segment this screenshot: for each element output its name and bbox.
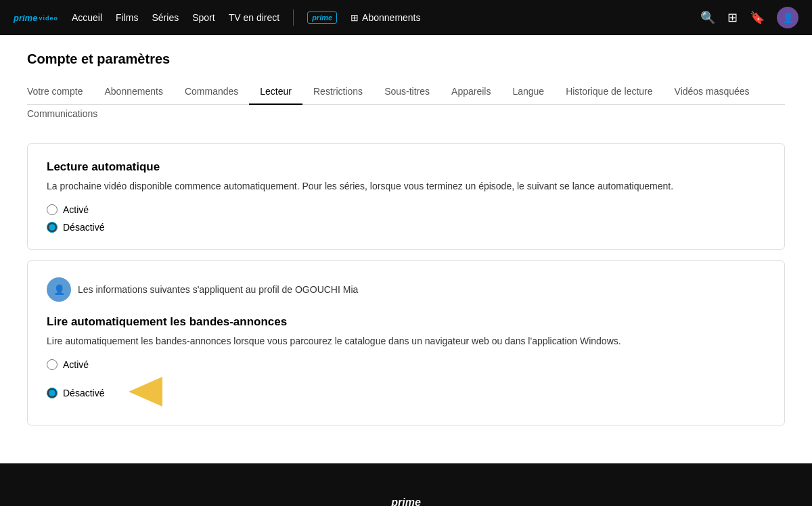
settings-tabs: Votre compte Abonnements Commandes Lecte… bbox=[27, 80, 785, 105]
nav-divider bbox=[293, 9, 294, 26]
nav-series[interactable]: Séries bbox=[152, 12, 179, 23]
profile-avatar: 👤 bbox=[47, 277, 71, 302]
footer-logo-prime: prime bbox=[391, 497, 421, 506]
autoplay-on-radio[interactable] bbox=[47, 204, 58, 215]
bookmark-icon[interactable]: 🔖 bbox=[750, 10, 765, 25]
trailers-off-label[interactable]: Désactivé bbox=[47, 377, 765, 409]
trailers-card: 👤 Les informations suivantes s'appliquen… bbox=[27, 260, 785, 426]
tab-videos-masquees[interactable]: Vidéos masquées bbox=[664, 80, 761, 105]
logo-video: video bbox=[39, 15, 58, 22]
tab-appareils[interactable]: Appareils bbox=[441, 80, 501, 105]
trailers-off-radio[interactable] bbox=[47, 388, 58, 398]
page-title: Compte et paramètres bbox=[27, 51, 785, 67]
abonnements-icon: ⊞ bbox=[351, 12, 359, 23]
tab-votre-compte[interactable]: Votre compte bbox=[27, 80, 94, 105]
autoplay-title: Lecture automatique bbox=[47, 160, 765, 174]
arrow-indicator bbox=[115, 377, 162, 409]
nav-accueil[interactable]: Accueil bbox=[72, 12, 102, 23]
trailers-on-text: Activé bbox=[63, 359, 89, 370]
logo-prime: prime bbox=[14, 14, 37, 22]
grid-icon[interactable]: ⊞ bbox=[727, 10, 738, 25]
top-nav: prime video Accueil Films Séries Sport T… bbox=[0, 0, 812, 35]
autoplay-off-label[interactable]: Désactivé bbox=[47, 222, 765, 233]
nav-right: 🔍 ⊞ 🔖 👤 bbox=[700, 7, 798, 28]
trailers-on-label[interactable]: Activé bbox=[47, 359, 765, 370]
tab-communications[interactable]: Communications bbox=[27, 108, 97, 127]
tab-sous-titres[interactable]: Sous-titres bbox=[374, 80, 441, 105]
settings-tabs-row2: Communications bbox=[27, 108, 785, 127]
tab-abonnements[interactable]: Abonnements bbox=[94, 80, 174, 105]
prime-badge: prime bbox=[307, 12, 337, 24]
autoplay-off-radio[interactable] bbox=[47, 222, 58, 233]
nav-tv-direct[interactable]: TV en direct bbox=[229, 12, 279, 23]
footer-logo: prime video bbox=[14, 497, 798, 506]
page-content: Compte et paramètres Votre compte Abonne… bbox=[0, 35, 812, 463]
trailers-on-radio[interactable] bbox=[47, 359, 58, 370]
prime-icon: prime bbox=[307, 12, 337, 24]
nav-abonnements[interactable]: ⊞ Abonnements bbox=[351, 12, 420, 23]
autoplay-radio-group: Activé Désactivé bbox=[47, 204, 765, 233]
svg-marker-0 bbox=[129, 377, 162, 407]
tab-historique[interactable]: Historique de lecture bbox=[555, 80, 663, 105]
autoplay-desc: La prochaine vidéo disponible commence a… bbox=[47, 179, 765, 193]
profile-banner: 👤 Les informations suivantes s'appliquen… bbox=[47, 277, 765, 302]
nav-films[interactable]: Films bbox=[116, 12, 138, 23]
profile-banner-text: Les informations suivantes s'appliquent … bbox=[78, 284, 358, 295]
trailers-off-text: Désactivé bbox=[63, 388, 104, 398]
autoplay-on-text: Activé bbox=[63, 204, 89, 215]
nav-sport[interactable]: Sport bbox=[192, 12, 215, 23]
tab-lecteur[interactable]: Lecteur bbox=[249, 80, 302, 105]
user-avatar[interactable]: 👤 bbox=[777, 7, 798, 28]
autoplay-card: Lecture automatique La prochaine vidéo d… bbox=[27, 143, 785, 250]
tab-restrictions[interactable]: Restrictions bbox=[302, 80, 374, 105]
footer: prime video Conditions d'utilisation et … bbox=[0, 463, 812, 506]
autoplay-off-text: Désactivé bbox=[63, 222, 104, 233]
abonnements-label: Abonnements bbox=[362, 12, 420, 23]
trailers-desc: Lire automatiquement les bandes-annonces… bbox=[47, 334, 765, 348]
trailers-radio-group: Activé Désactivé bbox=[47, 359, 765, 409]
autoplay-on-label[interactable]: Activé bbox=[47, 204, 765, 215]
tab-langue[interactable]: Langue bbox=[501, 80, 555, 105]
prime-video-logo[interactable]: prime video bbox=[14, 14, 58, 22]
search-icon[interactable]: 🔍 bbox=[700, 10, 715, 25]
tab-commandes[interactable]: Commandes bbox=[174, 80, 249, 105]
trailers-title: Lire automatiquement les bandes-annonces bbox=[47, 315, 765, 329]
